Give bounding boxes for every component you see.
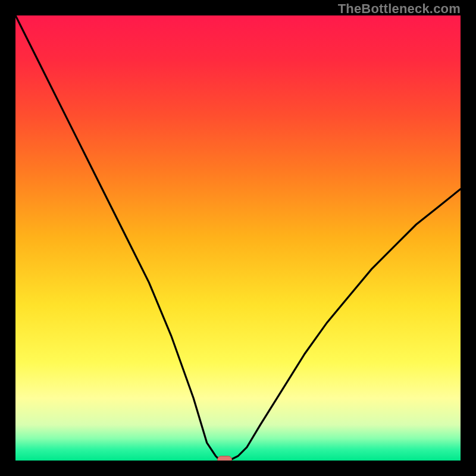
chart-frame: TheBottleneck.com xyxy=(0,0,476,476)
optimal-point-marker xyxy=(218,456,232,461)
bottleneck-chart xyxy=(15,15,461,461)
attribution-label: TheBottleneck.com xyxy=(338,1,461,17)
plot-area xyxy=(15,15,461,461)
gradient-background xyxy=(15,15,461,461)
